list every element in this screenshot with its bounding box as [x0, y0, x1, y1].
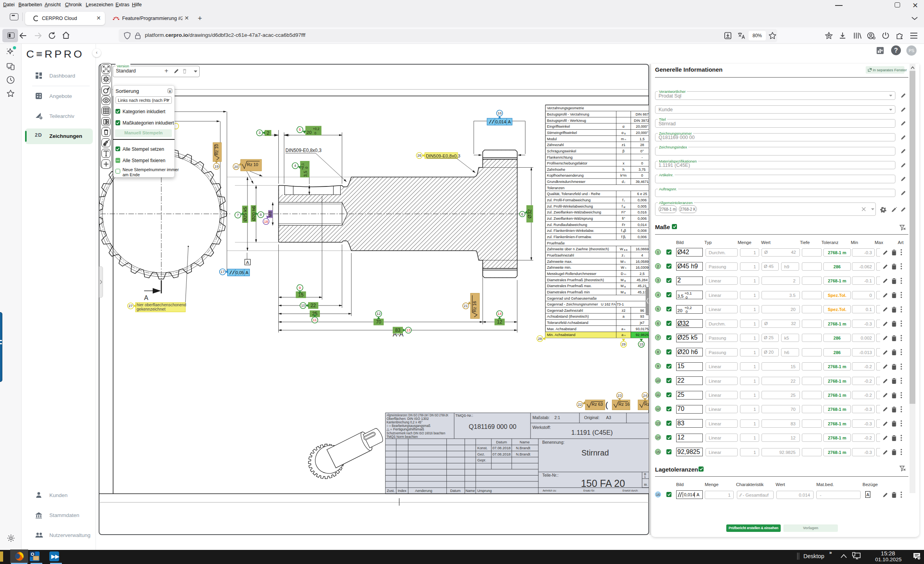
svg-text:Modul: Modul: [547, 137, 557, 141]
svg-text:Qualität, Toleranzfeld und - R: Qualität, Toleranzfeld und - Reihe: [547, 192, 600, 196]
svg-text:20,000°: 20,000°: [636, 125, 648, 128]
svg-text:Ersetzt durch:: Ersetzt durch:: [623, 489, 638, 492]
svg-text:150 FA 20: 150 FA 20: [581, 478, 625, 489]
svg-text:DIN509-E0,8x0,3: DIN509-E0,8x0,3: [426, 154, 460, 158]
svg-text:4: 4: [641, 253, 643, 257]
svg-text:U 162 FA 73-1: U 162 FA 73-1: [601, 302, 624, 306]
svg-text:Datum: Datum: [450, 489, 461, 493]
svg-text:zul. Flankenlinien-Winkelabw.: zul. Flankenlinien-Winkelabw.: [547, 229, 594, 233]
svg-text:Rz 16: Rz 16: [619, 402, 630, 407]
svg-text:zul. Zweiflanken-Wälzabweichun: zul. Zweiflanken-Wälzabweichung: [547, 210, 601, 214]
svg-text:Bl.: Bl.: [644, 483, 648, 486]
svg-text:M8: M8: [268, 211, 273, 217]
svg-text:a: a: [623, 315, 625, 318]
svg-text:M ₐ: M ₐ: [621, 278, 626, 282]
svg-text:0,006: 0,006: [638, 235, 647, 239]
svg-text:13: 13: [406, 328, 411, 332]
svg-text:N.Brandt: N.Brandt: [516, 446, 531, 450]
svg-text:W ₐ ₐ: W ₐ ₐ: [620, 247, 628, 251]
svg-text:5: 5: [299, 127, 301, 132]
svg-text:Min. Achsabstand: Min. Achsabstand: [547, 333, 576, 337]
svg-text:0: 0: [314, 131, 316, 135]
svg-text:16,0589: 16,0589: [635, 260, 648, 264]
svg-text:f βⱼ: f βⱼ: [621, 235, 626, 239]
svg-text:Rz 63: Rz 63: [592, 402, 603, 407]
svg-text:93,0175: 93,0175: [635, 327, 648, 331]
svg-text:D ₘ: D ₘ: [621, 272, 626, 276]
svg-text:20: 20: [307, 130, 312, 135]
svg-text:83: 83: [395, 327, 401, 333]
svg-text:Fr: Fr: [622, 223, 625, 227]
svg-text:Konst.: Konst.: [477, 446, 487, 450]
svg-text:Ø25 k5: Ø25 k5: [243, 207, 247, 221]
svg-text:Diametrales Pruefmaß max.: Diametrales Pruefmaß max.: [547, 284, 592, 288]
svg-text:15: 15: [639, 342, 644, 346]
svg-text:0: 0: [641, 161, 643, 165]
svg-text:x: x: [623, 161, 624, 165]
svg-text:Stirneingriffswinkel: Stirneingriffswinkel: [547, 131, 577, 135]
svg-text:Schrägungswinkel: Schrägungswinkel: [547, 149, 576, 153]
svg-text:Rz 10: Rz 10: [247, 162, 258, 167]
svg-text:js7: js7: [639, 321, 644, 325]
svg-text:Index: Index: [398, 489, 407, 493]
svg-text:7: 7: [237, 213, 239, 217]
svg-text:Aehnlich zu:: Aehnlich zu:: [543, 489, 557, 492]
svg-text:+0,2: +0,2: [313, 127, 319, 131]
svg-text:TMQS-Nr.:: TMQS-Nr.:: [455, 413, 473, 418]
svg-text:M ₐ: M ₐ: [621, 290, 626, 294]
svg-text:2: 2: [267, 130, 269, 136]
svg-text:Gegenrad-Zaehnezahl: Gegenrad-Zaehnezahl: [547, 309, 583, 313]
svg-text:zul. Zweiflanken-Wälzsprung: zul. Zweiflanken-Wälzsprung: [547, 217, 593, 221]
svg-text:Zust.: Zust.: [387, 489, 395, 493]
svg-text:45,21: 45,21: [638, 284, 647, 288]
svg-text:(: (: [605, 400, 608, 409]
svg-text:0,006: 0,006: [638, 217, 647, 221]
svg-text:-: -: [641, 155, 642, 159]
svg-text:N.Brandt: N.Brandt: [516, 452, 531, 456]
svg-text:Werkstoff:: Werkstoff:: [532, 425, 551, 430]
svg-text:Name: Name: [466, 489, 475, 493]
svg-text:f ₔⱼ: f ₔⱼ: [622, 204, 626, 208]
svg-text:29: 29: [621, 342, 626, 346]
svg-text:zul. Profil-Winkelabweichung: zul. Profil-Winkelabweichung: [547, 204, 593, 208]
svg-text:Rz: Rz: [644, 402, 649, 407]
svg-text:A: A: [246, 260, 249, 265]
svg-text:Diametrales Pruefmaß min: Diametrales Pruefmaß min: [547, 290, 590, 294]
svg-text:W ₖ: W ₖ: [620, 260, 626, 264]
svg-text:Rz 16: Rz 16: [472, 301, 477, 313]
svg-text:Gegenrad - Zeichnungsnummer: Gegenrad - Zeichnungsnummer: [547, 302, 598, 306]
svg-text:0,014: 0,014: [495, 119, 506, 124]
svg-text:3,5: 3,5: [303, 171, 308, 177]
svg-text:12: 12: [377, 311, 381, 316]
svg-text:0,016: 0,016: [638, 210, 647, 214]
svg-text:z1: z1: [622, 143, 626, 147]
svg-text:Datum: Datum: [496, 440, 507, 444]
svg-text:3,75: 3,75: [639, 168, 646, 172]
svg-text:Benennung:: Benennung:: [542, 440, 565, 445]
svg-text:f ⱼ: f ⱼ: [623, 198, 625, 202]
svg-text:z ⱼ: z ⱼ: [622, 253, 626, 257]
svg-text:Name: Name: [520, 440, 529, 444]
svg-text:28: 28: [538, 336, 542, 341]
svg-text:zul. Flankenlinien-Formabw.: zul. Flankenlinien-Formabw.: [547, 235, 592, 239]
svg-text:α: α: [623, 125, 625, 128]
svg-text:07.08.2018: 07.08.2018: [493, 446, 511, 450]
svg-text:Ø20 h6: Ø20 h6: [251, 206, 256, 221]
svg-text:Flankenrichtung: Flankenrichtung: [547, 155, 572, 159]
svg-text:Aenderung: Aenderung: [415, 489, 432, 493]
svg-text:d ᵣ: d ᵣ: [622, 180, 626, 184]
svg-text:24: 24: [643, 393, 647, 398]
svg-text:0,005: 0,005: [638, 204, 647, 208]
svg-text:zul. Profil-Formabweichung: zul. Profil-Formabweichung: [547, 198, 590, 202]
svg-text:92,9825: 92,9825: [635, 333, 648, 337]
svg-text:23: 23: [617, 393, 622, 398]
svg-text:Fi": Fi": [621, 210, 626, 214]
svg-text:Zähnezahl: Zähnezahl: [547, 143, 564, 147]
svg-text:Toleranzfeld-Achsabstand: Toleranzfeld-Achsabstand: [547, 321, 588, 325]
svg-text:Bezugsprofil - Werkzeug: Bezugsprofil - Werkzeug: [547, 119, 586, 123]
svg-text:Profilverschiebungsfaktor: Profilverschiebungsfaktor: [547, 161, 587, 165]
svg-text:z2: z2: [622, 309, 626, 313]
svg-text:07.08.2018: 07.08.2018: [493, 452, 511, 456]
svg-text:a ₖ: a ₖ: [621, 327, 626, 331]
svg-text:19: 19: [215, 164, 219, 168]
